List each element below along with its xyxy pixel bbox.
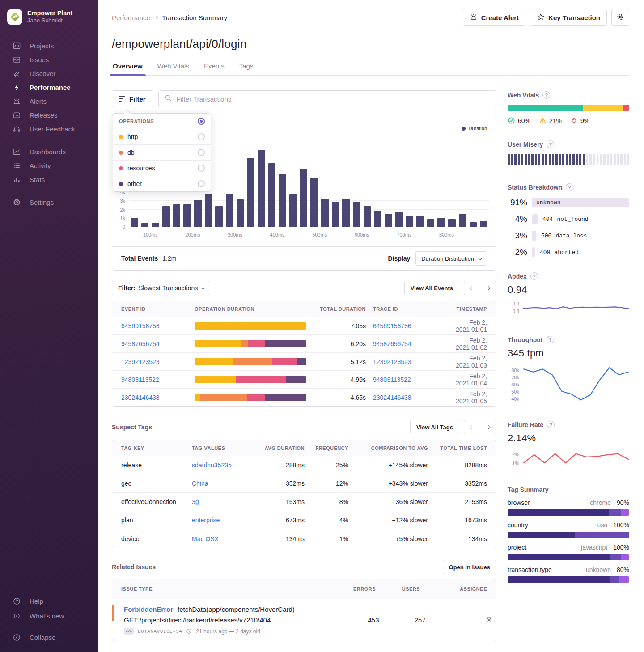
event-id-link[interactable]: 23024146438 (121, 394, 160, 401)
sidebar-item-settings[interactable]: Settings (0, 195, 98, 209)
misery-segment (518, 154, 520, 165)
sidebar-item-activity[interactable]: Activity (0, 159, 98, 173)
sidebar-item-label: What's new (30, 612, 64, 620)
sidebar-item-what-s-new[interactable]: What's new (0, 609, 98, 623)
tab-overview[interactable]: Overview (113, 62, 143, 75)
event-id-link[interactable]: 94587656754 (121, 340, 160, 347)
transactions-filter-select[interactable]: Filter: Slowest Transactions (112, 281, 210, 295)
sidebar-item-user-feedback[interactable]: User Feedback (0, 122, 98, 136)
issue-assignee[interactable] (448, 615, 496, 625)
sidebar-item-projects[interactable]: Projects (0, 39, 98, 53)
misery-segment (538, 154, 541, 165)
view-all-events-button[interactable]: View All Events (404, 281, 459, 295)
sidebar-item-releases[interactable]: Releases (0, 108, 98, 122)
pager-prev-button[interactable] (464, 420, 480, 434)
tag-summary-top-value[interactable]: chrome (590, 499, 611, 506)
help-question-icon[interactable]: ? (547, 140, 554, 148)
misery-segment (586, 154, 589, 165)
breadcrumb-performance[interactable]: Performance (112, 14, 150, 21)
pager-next-button[interactable] (480, 420, 496, 434)
help-question-icon[interactable]: ? (547, 336, 554, 343)
issue-error-type[interactable]: ForbiddenError (124, 605, 173, 613)
sidebar-item-collapse[interactable]: Collapse (0, 630, 98, 645)
sidebar-item-discover[interactable]: Discover (0, 67, 98, 80)
issue-users-count: 257 (397, 616, 443, 624)
trace-id-link[interactable]: 94803113522 (373, 376, 411, 383)
tag-value-link[interactable]: sdaufhu35235 (192, 461, 232, 469)
help-question-icon[interactable]: ? (530, 272, 538, 280)
operations-dropdown-header: OPERATIONS (113, 114, 211, 129)
settings-gear-button[interactable] (611, 9, 629, 26)
event-id-link[interactable]: 94803113522 (121, 376, 159, 383)
search-input[interactable] (176, 95, 490, 103)
operation-radio[interactable] (198, 165, 205, 172)
open-in-issues-button[interactable]: Open in Issues (443, 560, 496, 574)
operations-option-http[interactable]: http (113, 129, 211, 145)
issue-row[interactable]: ForbiddenError fetchData(app/components/… (112, 599, 496, 641)
tab-events[interactable]: Events (204, 62, 225, 75)
operation-radio[interactable] (198, 149, 205, 156)
tag-key: release (121, 461, 187, 469)
operations-option-other[interactable]: other (113, 176, 211, 191)
pager-next-button[interactable] (480, 281, 496, 295)
org-switcher[interactable]: Empower Plant Jane Schmidt (0, 0, 98, 25)
event-id-link[interactable]: 64589156756 (121, 322, 160, 330)
misery-segment (593, 154, 595, 165)
column-header: TRACE ID (373, 306, 447, 312)
sidebar-item-alerts[interactable]: Alerts (0, 94, 98, 108)
filter-button[interactable]: Filter (112, 90, 153, 107)
trace-id-link[interactable]: 94587656754 (373, 340, 411, 347)
help-question-icon[interactable]: ? (547, 421, 555, 428)
operations-option-resources[interactable]: resources (113, 161, 211, 176)
tag-value-link[interactable]: enterprise (192, 517, 220, 524)
create-alert-button[interactable]: Create Alert (463, 9, 525, 26)
pager-prev-button[interactable] (464, 281, 480, 295)
tag-value-link[interactable]: Mac OSX (192, 535, 219, 542)
status-bar (532, 231, 536, 241)
suspect-tag-row: releasesdaufhu35235288ms25%+145% slower8… (112, 456, 496, 474)
operations-dropdown: OPERATIONS httpdbresourcesother (113, 113, 211, 192)
failure-rate-value: 2.14% (508, 432, 629, 444)
web-vitals-bar (508, 105, 629, 111)
comparison-to-avg: +12% slower (353, 517, 428, 524)
sparkline-tick-label: 0.9 (508, 301, 519, 306)
tab-tags[interactable]: Tags (239, 62, 254, 75)
sidebar-item-dashboards[interactable]: Dashboards (0, 145, 98, 159)
help-question-icon[interactable]: ? (566, 183, 573, 191)
tag-summary-top-value[interactable]: javascript (581, 544, 607, 551)
event-id-link[interactable]: 12392123523 (121, 358, 160, 365)
sidebar-item-issues[interactable]: Issues (0, 53, 98, 67)
sidebar-item-performance[interactable]: Performance (0, 80, 98, 94)
tag-bar-segment (508, 576, 610, 583)
avg-duration: 352ms (258, 480, 305, 487)
operation-segment-other (286, 376, 306, 383)
key-transaction-button[interactable]: Key Transaction (530, 9, 607, 26)
view-all-tags-button[interactable]: View All Tags (410, 420, 459, 434)
check-circle-icon (508, 117, 515, 124)
trace-id-link[interactable]: 12392123523 (373, 358, 411, 365)
sidebar-item-help[interactable]: Help (0, 594, 98, 609)
trace-id-link[interactable]: 64589156756 (373, 322, 411, 330)
trace-id-link[interactable]: 23024146438 (373, 394, 411, 401)
status-bar: unknown (532, 198, 629, 207)
display-select[interactable]: Duration Distribution (415, 251, 487, 266)
sparkline-tick-label: 70k (508, 375, 519, 380)
sidebar-item-stats[interactable]: Stats (0, 173, 98, 186)
operation-radio[interactable] (198, 133, 205, 140)
help-question-icon[interactable]: ? (542, 91, 550, 99)
tag-value-link[interactable]: 3g (192, 498, 199, 505)
tab-web-vitals[interactable]: Web Vitals (157, 62, 189, 75)
operation-duration-bar (195, 322, 306, 330)
operations-option-db[interactable]: db (113, 145, 211, 161)
breadcrumb-chevron-icon (154, 16, 158, 19)
misery-segment (514, 154, 517, 165)
tag-summary-top-value[interactable]: unknown (586, 566, 611, 573)
tag-value-link[interactable]: China (192, 480, 208, 487)
tag-key: plan (121, 517, 187, 524)
operations-all-radio[interactable] (198, 118, 205, 125)
x-axis-tick-label: 200ms (185, 232, 200, 237)
tag-summary-top-value[interactable]: usa (597, 521, 608, 529)
operation-radio[interactable] (198, 180, 205, 187)
throughput-sparkline: 80k70k60k50k40k (508, 364, 629, 406)
web-vitals-segment (508, 105, 583, 111)
